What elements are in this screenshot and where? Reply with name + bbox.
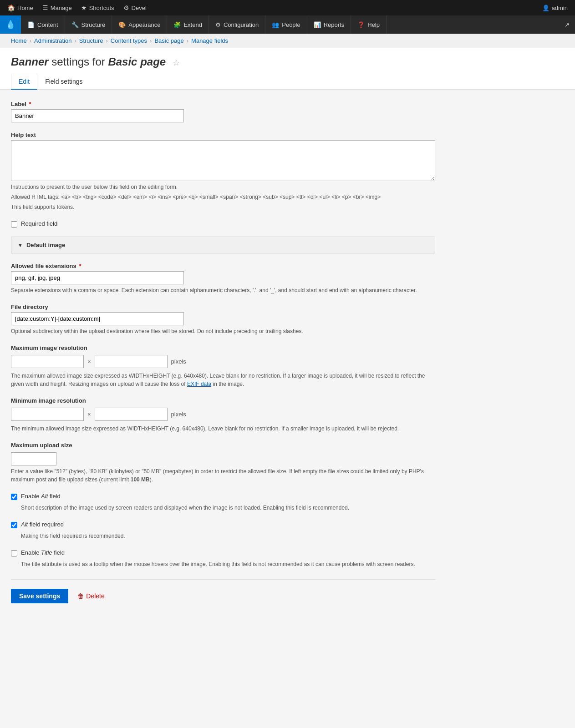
extend-icon: 🧩 <box>173 21 181 28</box>
default-image-header[interactable]: ▼ Default image <box>11 237 435 253</box>
favorite-star-icon[interactable]: ☆ <box>173 58 180 67</box>
admin-menu-content-label: Content <box>37 21 58 28</box>
min-resolution-unit: pixels <box>171 411 186 418</box>
page-title-settings: settings for <box>51 56 108 68</box>
toolbar-home[interactable]: 🏠 Home <box>4 0 37 15</box>
admin-menu-structure[interactable]: 🔧 Structure <box>65 15 112 34</box>
breadcrumb-basic-page[interactable]: Basic page <box>154 37 183 44</box>
devel-icon: ⚙ <box>123 4 129 11</box>
required-field-wrapper: Required field <box>11 220 435 228</box>
file-directory-input[interactable] <box>11 312 184 325</box>
drupal-logo[interactable]: 💧 <box>0 15 21 34</box>
toolbar-devel-label: Devel <box>132 5 147 11</box>
help-text-group: Help text Instructions to present to the… <box>11 131 435 211</box>
help-icon: ❓ <box>357 21 365 28</box>
enable-alt-label[interactable]: Enable Alt field <box>21 493 61 500</box>
admin-menu-appearance-label: Appearance <box>128 21 160 28</box>
configuration-icon: ⚙ <box>215 21 221 28</box>
help-text-hint2: Allowed HTML tags: <a> <b> <big> <code> … <box>11 193 435 201</box>
alt-required-hint: Making this field required is recommende… <box>21 532 435 540</box>
enable-alt-wrapper: Enable Alt field <box>11 493 435 500</box>
breadcrumb-administration[interactable]: Administration <box>34 37 71 44</box>
enable-alt-checkbox[interactable] <box>11 494 17 500</box>
min-resolution-hint: The minimum allowed image size expressed… <box>11 425 435 433</box>
admin-menu-people[interactable]: 👥 People <box>265 15 307 34</box>
breadcrumb-manage-fields[interactable]: Manage fields <box>191 37 228 44</box>
tab-field-settings[interactable]: Field settings <box>37 74 90 90</box>
page-title-banner: Banner <box>11 56 49 68</box>
max-resolution-unit: pixels <box>171 358 186 365</box>
allowed-extensions-group: Allowed file extensions * Separate exten… <box>11 263 435 294</box>
breadcrumb-home[interactable]: Home <box>11 37 27 44</box>
tab-edit[interactable]: Edit <box>11 74 37 90</box>
max-upload-size-input[interactable] <box>11 452 56 465</box>
required-field-checkbox[interactable] <box>11 221 17 228</box>
help-text-input[interactable] <box>11 140 435 181</box>
button-row: Save settings 🗑 Delete <box>11 579 435 603</box>
admin-menu-extend-label: Extend <box>183 21 202 28</box>
admin-menu-help[interactable]: ❓ Help <box>351 15 387 34</box>
reports-icon: 📊 <box>314 21 321 28</box>
admin-icon: 👤 <box>542 5 550 11</box>
admin-menu-appearance[interactable]: 🎨 Appearance <box>112 15 167 34</box>
breadcrumb-sep-5: › <box>187 37 188 44</box>
admin-menu-reports-label: Reports <box>324 21 345 28</box>
enable-title-label[interactable]: Enable Title field <box>21 549 65 556</box>
chevron-down-icon: ▼ <box>18 243 23 248</box>
default-image-section: ▼ Default image <box>11 237 435 253</box>
max-resolution-group: Maximum image resolution × pixels The ma… <box>11 344 435 388</box>
appearance-icon: 🎨 <box>118 21 126 28</box>
alt-required-label[interactable]: Alt field required <box>21 521 64 528</box>
toolbar-shortcuts-label: Shortcuts <box>89 5 114 11</box>
manage-icon: ☰ <box>42 4 48 11</box>
file-directory-group: File directory Optional subdirectory wit… <box>11 303 435 335</box>
toolbar-devel[interactable]: ⚙ Devel <box>120 0 150 15</box>
alt-required-checkbox[interactable] <box>11 522 17 528</box>
enable-title-hint: The title attribute is used as a tooltip… <box>21 560 435 568</box>
help-text-hint1: Instructions to present to the user belo… <box>11 183 435 191</box>
enable-alt-hint: Short description of the image used by s… <box>21 504 435 512</box>
breadcrumb: Home › Administration › Structure › Cont… <box>0 34 575 48</box>
save-settings-button[interactable]: Save settings <box>11 589 68 603</box>
breadcrumb-sep-4: › <box>150 37 152 44</box>
min-resolution-label: Minimum image resolution <box>11 397 435 404</box>
enable-title-wrapper: Enable Title field <box>11 549 435 556</box>
toolbar-shortcuts[interactable]: ★ Shortcuts <box>77 0 118 15</box>
alt-required-group: Alt field required Making this field req… <box>11 521 435 540</box>
admin-label: admin <box>552 5 568 11</box>
min-resolution-height[interactable] <box>95 408 168 421</box>
admin-menu-content[interactable]: 📄 Content <box>21 15 65 34</box>
page-title-basic-page: Basic page <box>108 56 166 68</box>
max-resolution-width[interactable] <box>11 355 84 368</box>
min-resolution-sep: × <box>87 411 91 418</box>
home-icon: 🏠 <box>7 4 15 11</box>
label-field-label: Label * <box>11 101 435 107</box>
required-field-label[interactable]: Required field <box>21 220 57 227</box>
label-input[interactable] <box>11 109 184 122</box>
main-content: Label * Help text Instructions to presen… <box>0 90 446 614</box>
admin-menu-configuration[interactable]: ⚙ Configuration <box>209 15 265 34</box>
enable-title-group: Enable Title field The title attribute i… <box>11 549 435 568</box>
drupal-drop-icon: 💧 <box>5 20 15 30</box>
min-resolution-width[interactable] <box>11 408 84 421</box>
allowed-extensions-input[interactable] <box>11 271 184 284</box>
max-resolution-row: × pixels <box>11 355 435 368</box>
page-title: Banner settings for Basic page ☆ <box>11 56 564 68</box>
admin-menu-extend[interactable]: 🧩 Extend <box>167 15 209 34</box>
toolbar-admin: 👤 admin <box>539 5 571 11</box>
breadcrumb-sep-2: › <box>74 37 76 44</box>
admin-menu-reports[interactable]: 📊 Reports <box>307 15 351 34</box>
admin-menu-configuration-label: Configuration <box>224 21 259 28</box>
enable-alt-group: Enable Alt field Short description of th… <box>11 493 435 512</box>
exif-link[interactable]: EXIF data <box>187 381 211 387</box>
toolbar-manage[interactable]: ☰ Manage <box>39 0 76 15</box>
max-resolution-height[interactable] <box>95 355 168 368</box>
max-resolution-label: Maximum image resolution <box>11 344 435 351</box>
breadcrumb-structure[interactable]: Structure <box>79 37 103 44</box>
structure-icon: 🔧 <box>71 21 79 28</box>
max-upload-size-bold: 100 MB <box>131 476 150 483</box>
enable-title-checkbox[interactable] <box>11 550 17 556</box>
breadcrumb-content-types[interactable]: Content types <box>111 37 147 44</box>
delete-button[interactable]: 🗑 Delete <box>76 589 106 603</box>
toolbar-manage-label: Manage <box>51 5 72 11</box>
